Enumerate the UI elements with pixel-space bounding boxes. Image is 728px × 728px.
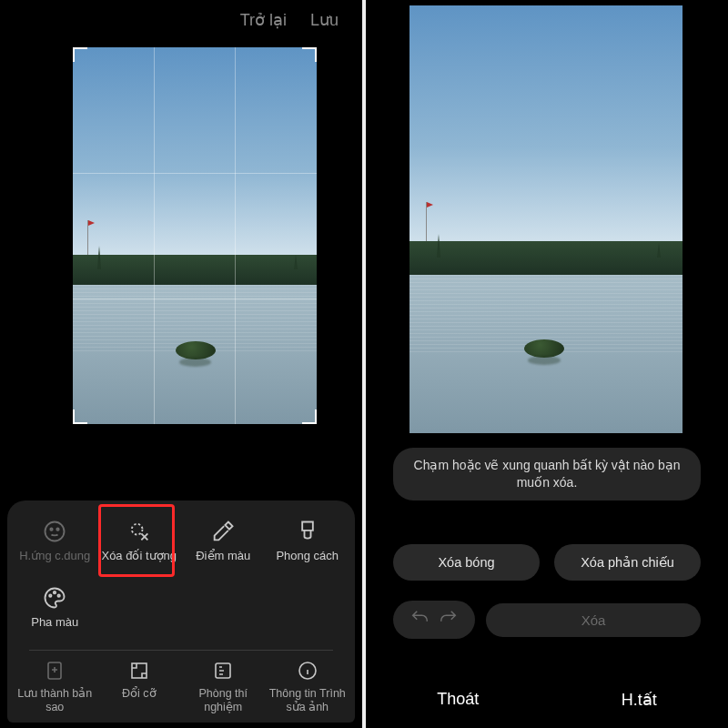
image-canvas[interactable] [410,5,682,433]
tool-erase-object[interactable]: Xóa đối tượng [97,513,182,569]
tool-label: Phong cách [276,550,339,563]
exit-button[interactable]: Thoát [437,690,479,710]
phone-left: Trở lại Lưu H.ứng c.dung [0,0,362,728]
brush-icon [295,519,320,544]
editor-info[interactable]: Thông tin Trình sửa ảnh [266,660,350,713]
save-as-copy[interactable]: Lưu thành bản sao [13,660,97,713]
info-icon [297,660,318,682]
delete-button[interactable]: Xóa [486,603,701,637]
save-copy-icon [44,660,66,682]
footer-actions: Thoát H.tất [366,690,728,710]
tools-panel: H.ứng c.dung Xóa đối tượng Điểm màu Phon… [7,500,355,723]
tool-portrait-effect[interactable]: H.ứng c.dung [13,513,97,569]
hint-text: Chạm hoặc vẽ xung quanh bất kỳ vật nào b… [414,458,681,490]
svg-point-5 [54,592,56,593]
undo-icon[interactable] [410,608,430,632]
lab[interactable]: Phòng thí nghiệm [181,660,266,713]
undo-redo-group [393,601,475,639]
resize[interactable]: Đổi cỡ [97,660,182,713]
history-row: Xóa [393,601,701,639]
crop-canvas[interactable] [73,47,317,424]
erase-shadow-button[interactable]: Xóa bóng [393,544,540,581]
svg-rect-8 [132,663,147,678]
svg-point-2 [57,529,59,531]
svg-point-4 [49,595,51,597]
tool-style[interactable]: Phong cách [266,513,350,569]
hint-bubble: Chạm hoặc vẽ xung quanh bất kỳ vật nào b… [393,448,701,500]
tool-spot-color[interactable]: Điểm màu [181,513,266,569]
tool-label: Pha màu [31,616,78,630]
done-button[interactable]: H.tất [622,690,657,710]
face-icon [42,519,67,544]
redo-icon[interactable] [439,608,459,632]
erase-reflection-button[interactable]: Xóa phản chiếu [554,544,701,581]
svg-point-1 [51,529,53,531]
palette-icon [42,585,67,611]
crop-handle-br[interactable] [302,410,317,424]
svg-point-6 [58,595,60,597]
save-button[interactable]: Lưu [310,10,339,30]
erase-icon [126,519,152,544]
crop-handle-bl[interactable] [73,410,87,424]
crop-handle-tr[interactable] [302,47,317,62]
back-button[interactable]: Trở lại [240,10,287,30]
editor-header: Trở lại Lưu [0,0,362,40]
bottom-label: Thông tin Trình sửa ảnh [266,687,350,713]
erase-options-row: Xóa bóng Xóa phản chiếu [393,544,701,581]
svg-point-0 [46,522,65,541]
bottom-label: Lưu thành bản sao [13,687,97,713]
phone-right: Chạm hoặc vẽ xung quanh bất kỳ vật nào b… [366,0,728,728]
tool-label: Điểm màu [196,550,250,563]
lab-icon [212,660,234,682]
crop-handle-tl[interactable] [73,47,87,62]
tool-label: Xóa đối tượng [101,550,177,563]
resize-icon [128,660,150,682]
tool-label: H.ứng c.dung [19,550,90,563]
eyedropper-icon [210,519,236,544]
panel-separator [29,650,333,651]
bottom-label: Đổi cỡ [122,687,157,700]
tool-color-mix[interactable]: Pha màu [13,580,97,635]
svg-point-3 [132,524,143,535]
bottom-label: Phòng thí nghiệm [181,687,266,713]
